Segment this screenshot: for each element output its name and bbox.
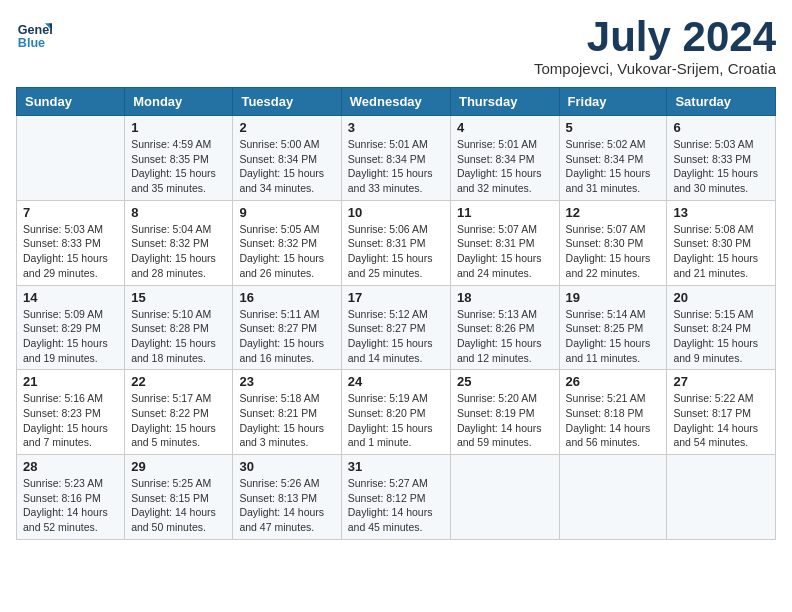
day-info: Sunrise: 5:27 AM Sunset: 8:12 PM Dayligh… [348, 476, 444, 535]
day-info: Sunrise: 5:25 AM Sunset: 8:15 PM Dayligh… [131, 476, 226, 535]
calendar-week-row: 1Sunrise: 4:59 AM Sunset: 8:35 PM Daylig… [17, 116, 776, 201]
day-number: 21 [23, 374, 118, 389]
day-info: Sunrise: 5:23 AM Sunset: 8:16 PM Dayligh… [23, 476, 118, 535]
calendar-cell: 19Sunrise: 5:14 AM Sunset: 8:25 PM Dayli… [559, 285, 667, 370]
logo: General Blue [16, 16, 52, 52]
day-info: Sunrise: 5:06 AM Sunset: 8:31 PM Dayligh… [348, 222, 444, 281]
calendar-cell: 18Sunrise: 5:13 AM Sunset: 8:26 PM Dayli… [450, 285, 559, 370]
calendar-cell: 14Sunrise: 5:09 AM Sunset: 8:29 PM Dayli… [17, 285, 125, 370]
day-info: Sunrise: 5:02 AM Sunset: 8:34 PM Dayligh… [566, 137, 661, 196]
calendar-cell: 9Sunrise: 5:05 AM Sunset: 8:32 PM Daylig… [233, 200, 341, 285]
day-number: 20 [673, 290, 769, 305]
day-info: Sunrise: 5:04 AM Sunset: 8:32 PM Dayligh… [131, 222, 226, 281]
day-info: Sunrise: 5:20 AM Sunset: 8:19 PM Dayligh… [457, 391, 553, 450]
day-info: Sunrise: 5:16 AM Sunset: 8:23 PM Dayligh… [23, 391, 118, 450]
calendar-cell: 22Sunrise: 5:17 AM Sunset: 8:22 PM Dayli… [125, 370, 233, 455]
weekday-header: Monday [125, 88, 233, 116]
day-info: Sunrise: 5:10 AM Sunset: 8:28 PM Dayligh… [131, 307, 226, 366]
calendar-cell: 12Sunrise: 5:07 AM Sunset: 8:30 PM Dayli… [559, 200, 667, 285]
day-info: Sunrise: 5:00 AM Sunset: 8:34 PM Dayligh… [239, 137, 334, 196]
day-number: 22 [131, 374, 226, 389]
calendar-week-row: 21Sunrise: 5:16 AM Sunset: 8:23 PM Dayli… [17, 370, 776, 455]
calendar-cell: 31Sunrise: 5:27 AM Sunset: 8:12 PM Dayli… [341, 455, 450, 540]
calendar-cell: 24Sunrise: 5:19 AM Sunset: 8:20 PM Dayli… [341, 370, 450, 455]
calendar-cell [17, 116, 125, 201]
day-number: 3 [348, 120, 444, 135]
calendar-cell: 10Sunrise: 5:06 AM Sunset: 8:31 PM Dayli… [341, 200, 450, 285]
month-title: July 2024 [534, 16, 776, 58]
day-info: Sunrise: 5:07 AM Sunset: 8:31 PM Dayligh… [457, 222, 553, 281]
calendar-cell: 23Sunrise: 5:18 AM Sunset: 8:21 PM Dayli… [233, 370, 341, 455]
day-number: 8 [131, 205, 226, 220]
day-info: Sunrise: 5:03 AM Sunset: 8:33 PM Dayligh… [23, 222, 118, 281]
location: Tompojevci, Vukovar-Srijem, Croatia [534, 60, 776, 77]
day-number: 4 [457, 120, 553, 135]
weekday-header: Friday [559, 88, 667, 116]
day-number: 24 [348, 374, 444, 389]
calendar-cell [450, 455, 559, 540]
day-number: 19 [566, 290, 661, 305]
calendar-cell: 21Sunrise: 5:16 AM Sunset: 8:23 PM Dayli… [17, 370, 125, 455]
weekday-header-row: SundayMondayTuesdayWednesdayThursdayFrid… [17, 88, 776, 116]
calendar-cell: 17Sunrise: 5:12 AM Sunset: 8:27 PM Dayli… [341, 285, 450, 370]
day-info: Sunrise: 5:15 AM Sunset: 8:24 PM Dayligh… [673, 307, 769, 366]
calendar-table: SundayMondayTuesdayWednesdayThursdayFrid… [16, 87, 776, 540]
day-info: Sunrise: 5:13 AM Sunset: 8:26 PM Dayligh… [457, 307, 553, 366]
calendar-cell: 27Sunrise: 5:22 AM Sunset: 8:17 PM Dayli… [667, 370, 776, 455]
weekday-header: Tuesday [233, 88, 341, 116]
day-number: 12 [566, 205, 661, 220]
day-info: Sunrise: 5:01 AM Sunset: 8:34 PM Dayligh… [457, 137, 553, 196]
day-number: 16 [239, 290, 334, 305]
calendar-cell: 16Sunrise: 5:11 AM Sunset: 8:27 PM Dayli… [233, 285, 341, 370]
calendar-cell: 26Sunrise: 5:21 AM Sunset: 8:18 PM Dayli… [559, 370, 667, 455]
day-info: Sunrise: 5:19 AM Sunset: 8:20 PM Dayligh… [348, 391, 444, 450]
calendar-week-row: 7Sunrise: 5:03 AM Sunset: 8:33 PM Daylig… [17, 200, 776, 285]
day-info: Sunrise: 4:59 AM Sunset: 8:35 PM Dayligh… [131, 137, 226, 196]
calendar-cell: 3Sunrise: 5:01 AM Sunset: 8:34 PM Daylig… [341, 116, 450, 201]
day-number: 10 [348, 205, 444, 220]
day-number: 30 [239, 459, 334, 474]
page-header: General Blue July 2024 Tompojevci, Vukov… [16, 16, 776, 77]
calendar-cell: 1Sunrise: 4:59 AM Sunset: 8:35 PM Daylig… [125, 116, 233, 201]
day-info: Sunrise: 5:12 AM Sunset: 8:27 PM Dayligh… [348, 307, 444, 366]
calendar-cell: 6Sunrise: 5:03 AM Sunset: 8:33 PM Daylig… [667, 116, 776, 201]
day-number: 1 [131, 120, 226, 135]
day-info: Sunrise: 5:17 AM Sunset: 8:22 PM Dayligh… [131, 391, 226, 450]
day-number: 13 [673, 205, 769, 220]
weekday-header: Wednesday [341, 88, 450, 116]
calendar-cell: 25Sunrise: 5:20 AM Sunset: 8:19 PM Dayli… [450, 370, 559, 455]
day-info: Sunrise: 5:22 AM Sunset: 8:17 PM Dayligh… [673, 391, 769, 450]
calendar-cell [667, 455, 776, 540]
calendar-cell: 4Sunrise: 5:01 AM Sunset: 8:34 PM Daylig… [450, 116, 559, 201]
calendar-cell: 5Sunrise: 5:02 AM Sunset: 8:34 PM Daylig… [559, 116, 667, 201]
day-number: 31 [348, 459, 444, 474]
day-info: Sunrise: 5:01 AM Sunset: 8:34 PM Dayligh… [348, 137, 444, 196]
calendar-cell: 11Sunrise: 5:07 AM Sunset: 8:31 PM Dayli… [450, 200, 559, 285]
calendar-week-row: 28Sunrise: 5:23 AM Sunset: 8:16 PM Dayli… [17, 455, 776, 540]
day-info: Sunrise: 5:07 AM Sunset: 8:30 PM Dayligh… [566, 222, 661, 281]
day-number: 28 [23, 459, 118, 474]
calendar-cell: 13Sunrise: 5:08 AM Sunset: 8:30 PM Dayli… [667, 200, 776, 285]
day-info: Sunrise: 5:11 AM Sunset: 8:27 PM Dayligh… [239, 307, 334, 366]
day-info: Sunrise: 5:08 AM Sunset: 8:30 PM Dayligh… [673, 222, 769, 281]
day-number: 17 [348, 290, 444, 305]
day-number: 15 [131, 290, 226, 305]
day-info: Sunrise: 5:03 AM Sunset: 8:33 PM Dayligh… [673, 137, 769, 196]
day-number: 2 [239, 120, 334, 135]
day-number: 9 [239, 205, 334, 220]
svg-text:Blue: Blue [18, 36, 45, 50]
calendar-cell: 2Sunrise: 5:00 AM Sunset: 8:34 PM Daylig… [233, 116, 341, 201]
day-info: Sunrise: 5:26 AM Sunset: 8:13 PM Dayligh… [239, 476, 334, 535]
calendar-week-row: 14Sunrise: 5:09 AM Sunset: 8:29 PM Dayli… [17, 285, 776, 370]
day-number: 7 [23, 205, 118, 220]
logo-icon: General Blue [16, 16, 52, 52]
weekday-header: Thursday [450, 88, 559, 116]
calendar-cell: 8Sunrise: 5:04 AM Sunset: 8:32 PM Daylig… [125, 200, 233, 285]
weekday-header: Saturday [667, 88, 776, 116]
weekday-header: Sunday [17, 88, 125, 116]
day-info: Sunrise: 5:18 AM Sunset: 8:21 PM Dayligh… [239, 391, 334, 450]
calendar-cell: 28Sunrise: 5:23 AM Sunset: 8:16 PM Dayli… [17, 455, 125, 540]
day-number: 5 [566, 120, 661, 135]
calendar-cell: 15Sunrise: 5:10 AM Sunset: 8:28 PM Dayli… [125, 285, 233, 370]
day-info: Sunrise: 5:09 AM Sunset: 8:29 PM Dayligh… [23, 307, 118, 366]
